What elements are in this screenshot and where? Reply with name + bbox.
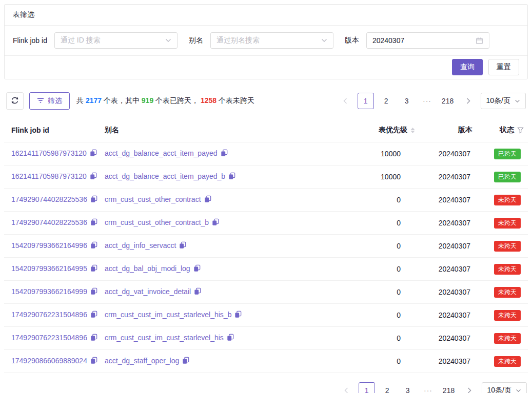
refresh-button[interactable] bbox=[6, 92, 24, 110]
page-size-label: 10条/页 bbox=[487, 386, 511, 393]
table-row: 1749290762231504896crm_cust_cust_im_cust… bbox=[4, 304, 528, 327]
col-header-status[interactable]: 状态 bbox=[472, 118, 528, 142]
alias-link[interactable]: crm_cust_cust_im_cust_starlevel_his_b bbox=[105, 311, 231, 319]
alias-link[interactable]: crm_cust_cust_other_contract_b bbox=[105, 218, 209, 226]
alias-label: 别名 bbox=[189, 36, 203, 45]
page-size-label: 10条/页 bbox=[486, 96, 510, 106]
alias-link[interactable]: acct_dg_info_servacct bbox=[105, 241, 176, 250]
alias-link[interactable]: acct_dg_staff_oper_log bbox=[105, 357, 179, 365]
priority-cell: 0 bbox=[333, 235, 415, 258]
copy-icon[interactable] bbox=[90, 288, 97, 297]
copy-icon[interactable] bbox=[228, 173, 235, 181]
page-number-1[interactable]: 1 bbox=[358, 93, 374, 109]
copy-icon[interactable] bbox=[90, 358, 97, 366]
flink-job-id-link[interactable]: 1749290744028225536 bbox=[11, 195, 87, 203]
next-page-button[interactable] bbox=[460, 93, 477, 109]
uncrossed-count: 1258 bbox=[201, 96, 216, 105]
priority-cell: 10000 bbox=[333, 142, 415, 166]
copy-icon[interactable] bbox=[182, 358, 189, 366]
version-cell: 20240307 bbox=[415, 327, 472, 350]
flink-job-id-link[interactable]: 1621411705987973120 bbox=[11, 149, 87, 157]
page-number-2[interactable]: 2 bbox=[379, 382, 396, 393]
flink-job-id-link[interactable]: 1542097993662164999 bbox=[11, 287, 87, 296]
page-size-select[interactable]: 10条/页 bbox=[481, 93, 526, 109]
query-button[interactable]: 查询 bbox=[452, 59, 483, 75]
version-cell: 20240307 bbox=[415, 350, 472, 373]
chevron-down-icon bbox=[515, 99, 520, 103]
copy-icon[interactable] bbox=[179, 242, 186, 251]
copy-icon[interactable] bbox=[90, 196, 97, 204]
copy-icon[interactable] bbox=[204, 196, 211, 204]
alias-link[interactable]: acct_dg_balance_acct_item_payed_b bbox=[105, 172, 225, 180]
page-number-218[interactable]: 218 bbox=[441, 382, 457, 393]
table-summary: 共 2177 个表，其中 919 个表已跨天， 1258 个表未跨天 bbox=[76, 96, 254, 106]
status-cell: 未跨天 bbox=[472, 281, 528, 304]
priority-cell: 0 bbox=[333, 189, 415, 212]
alias-select[interactable]: 通过别名搜索 bbox=[210, 32, 333, 49]
pagination-top: 123···21810条/页 bbox=[337, 93, 526, 109]
status-badge: 未跨天 bbox=[494, 287, 521, 298]
copy-icon[interactable] bbox=[194, 288, 201, 297]
copy-icon[interactable] bbox=[90, 219, 97, 227]
flink-job-id-link[interactable]: 1749290762231504896 bbox=[11, 311, 87, 319]
copy-icon[interactable] bbox=[90, 150, 97, 158]
flink-job-id-link[interactable]: 1542097993662164995 bbox=[11, 264, 87, 273]
flink-job-id-link[interactable]: 1542097993662164996 bbox=[11, 241, 87, 250]
status-badge: 未跨天 bbox=[494, 264, 521, 275]
table-row: 1749290866069889024acct_dg_staff_oper_lo… bbox=[4, 350, 528, 373]
copy-icon[interactable] bbox=[90, 312, 97, 320]
priority-cell: 0 bbox=[333, 212, 415, 235]
tables-table: Flink job id 别名 表优先级 版本 状态 bbox=[4, 118, 528, 373]
filter-funnel-icon[interactable] bbox=[517, 127, 524, 134]
status-cell: 已跨天 bbox=[472, 142, 528, 166]
alias-link[interactable]: acct_dg_bal_obj_modi_log bbox=[105, 264, 190, 273]
next-page-button[interactable] bbox=[461, 382, 478, 393]
refresh-icon bbox=[11, 96, 19, 106]
status-badge: 未跨天 bbox=[494, 195, 521, 205]
copy-icon[interactable] bbox=[90, 265, 97, 274]
page-number-1[interactable]: 1 bbox=[359, 382, 375, 393]
flink-job-id-link[interactable]: 1621411705987973120 bbox=[11, 172, 87, 180]
filter-item-version: 版本 20240307 bbox=[345, 32, 489, 49]
flink-job-id-link[interactable]: 1749290744028225536 bbox=[11, 218, 87, 226]
page-number-218[interactable]: 218 bbox=[440, 93, 456, 109]
alias-link[interactable]: acct_dg_balance_acct_item_payed bbox=[105, 149, 218, 157]
page: 表筛选 Flink job id 通过 ID 搜索 别名 通过别名搜索 bbox=[0, 0, 532, 393]
copy-icon[interactable] bbox=[227, 335, 234, 343]
status-cell: 未跨天 bbox=[472, 235, 528, 258]
version-date-input[interactable]: 20240307 bbox=[366, 32, 489, 49]
page-number-3[interactable]: 3 bbox=[400, 382, 416, 393]
status-cell: 未跨天 bbox=[472, 327, 528, 350]
copy-icon[interactable] bbox=[193, 265, 201, 274]
version-label: 版本 bbox=[345, 36, 359, 45]
alias-link[interactable]: crm_cust_cust_other_contract bbox=[105, 195, 201, 203]
status-badge: 已跨天 bbox=[494, 149, 521, 159]
prev-page-button bbox=[338, 382, 354, 393]
reset-button[interactable]: 重置 bbox=[488, 59, 519, 75]
copy-icon[interactable] bbox=[234, 312, 242, 320]
table-row: 1749290744028225536crm_cust_cust_other_c… bbox=[4, 212, 528, 235]
alias-placeholder: 通过别名搜索 bbox=[216, 36, 321, 45]
copy-icon[interactable] bbox=[212, 219, 219, 227]
copy-icon[interactable] bbox=[90, 335, 97, 343]
alias-link[interactable]: acct_dg_vat_invoice_detail bbox=[105, 287, 191, 296]
pagination-bottom: 123···21810条/页 bbox=[338, 382, 527, 393]
col-header-priority[interactable]: 表优先级 bbox=[333, 118, 415, 142]
copy-icon[interactable] bbox=[90, 173, 97, 181]
priority-cell: 10000 bbox=[333, 166, 415, 189]
copy-icon[interactable] bbox=[221, 150, 228, 158]
status-cell: 未跨天 bbox=[472, 212, 528, 235]
pagination-ellipsis: ··· bbox=[419, 93, 436, 109]
flink-job-id-link[interactable]: 1749290762231504896 bbox=[11, 334, 87, 342]
copy-icon[interactable] bbox=[90, 242, 97, 251]
page-size-select[interactable]: 10条/页 bbox=[482, 382, 527, 393]
flink-job-id-select[interactable]: 通过 ID 搜索 bbox=[54, 32, 178, 49]
page-number-3[interactable]: 3 bbox=[399, 93, 415, 109]
filter-button[interactable]: 筛选 bbox=[29, 92, 70, 110]
alias-link[interactable]: crm_cust_cust_im_cust_starlevel_his bbox=[105, 334, 224, 342]
flink-job-id-link[interactable]: 1749290866069889024 bbox=[11, 357, 87, 365]
col-header-version: 版本 bbox=[415, 118, 472, 142]
sort-icon[interactable] bbox=[410, 128, 415, 133]
status-cell: 未跨天 bbox=[472, 189, 528, 212]
page-number-2[interactable]: 2 bbox=[378, 93, 395, 109]
